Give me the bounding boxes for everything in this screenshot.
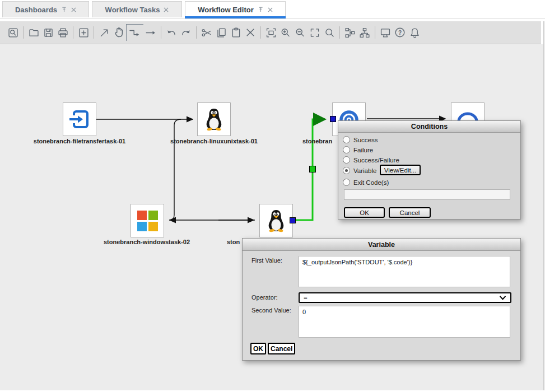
operator-label: Operator:: [251, 294, 277, 301]
variable-dialog-title: Variable: [368, 241, 395, 249]
windows-logo-icon: [137, 211, 158, 231]
node-linuxunix-task-2[interactable]: [259, 204, 293, 237]
condition-option-success-failure[interactable]: Success/Failure: [343, 156, 399, 164]
chevron-down-icon: [499, 295, 506, 300]
radio-exit-codes[interactable]: [343, 179, 350, 186]
radio-failure[interactable]: [343, 146, 350, 153]
conditions-dialog-title: Conditions: [411, 123, 448, 130]
radio-success-failure[interactable]: [343, 156, 350, 164]
conditions-cancel-button[interactable]: Cancel: [389, 207, 431, 218]
variable-dialog: Variable First Value: ${_outputJsonPath(…: [242, 238, 521, 361]
second-value-textarea[interactable]: 0: [299, 306, 510, 338]
view-edit-button[interactable]: View/Edit...: [380, 165, 421, 175]
connector-source-port[interactable]: [290, 217, 296, 223]
radio-success[interactable]: [343, 136, 350, 143]
condition-option-variable[interactable]: Variable: [343, 167, 376, 174]
connector-target-port[interactable]: [330, 116, 336, 122]
node-filetransfer-task[interactable]: [63, 102, 96, 136]
condition-option-failure[interactable]: Failure: [343, 146, 373, 153]
workflow-editor-window: Dashboards Workflow Tasks Workflow Edito…: [0, 0, 545, 392]
conditions-dialog-titlebar[interactable]: Conditions: [338, 121, 520, 133]
node-label: ston: [227, 239, 240, 245]
conditions-ok-button[interactable]: OK: [344, 207, 385, 218]
variable-cancel-button[interactable]: Cancel: [268, 343, 295, 354]
condition-option-exit-codes[interactable]: Exit Code(s): [343, 179, 389, 186]
linux-penguin-icon: [265, 209, 287, 232]
radio-variable-label: Variable: [353, 167, 376, 174]
connector-midpoint-handle[interactable]: [309, 166, 316, 172]
node-label: stonebran: [302, 138, 332, 144]
node-label: stonebranch-linuxunixtask-01: [170, 138, 258, 144]
variable-dialog-titlebar[interactable]: Variable: [243, 239, 520, 251]
node-windows-task[interactable]: [131, 204, 164, 237]
conditions-dialog: Conditions Success Failure Success/Failu…: [338, 120, 521, 220]
exit-codes-input[interactable]: [344, 189, 510, 200]
first-value-label: First Value:: [251, 257, 282, 264]
first-value-textarea[interactable]: ${_outputJsonPath('STDOUT', '$.code')}: [299, 256, 510, 287]
operator-select[interactable]: =: [299, 292, 511, 303]
variable-ok-button[interactable]: OK: [250, 343, 266, 354]
node-label: stonebranch-filetransfertask-01: [34, 138, 125, 144]
second-value-label: Second Value:: [251, 307, 291, 314]
radio-success-label: Success: [353, 137, 378, 143]
radio-failure-label: Failure: [353, 147, 373, 153]
radio-exit-codes-label: Exit Code(s): [353, 179, 389, 186]
file-transfer-icon: [68, 108, 91, 130]
node-label: stonebranch-windowstask-02: [104, 239, 190, 245]
condition-option-success[interactable]: Success: [343, 136, 378, 143]
operator-selected-value: =: [304, 295, 308, 301]
linux-penguin-icon: [203, 108, 225, 131]
radio-success-failure-label: Success/Failure: [353, 157, 399, 164]
edge-branch-vertical[interactable]: [169, 119, 181, 220]
node-linuxunix-task-1[interactable]: [197, 102, 231, 136]
radio-variable[interactable]: [343, 167, 350, 174]
